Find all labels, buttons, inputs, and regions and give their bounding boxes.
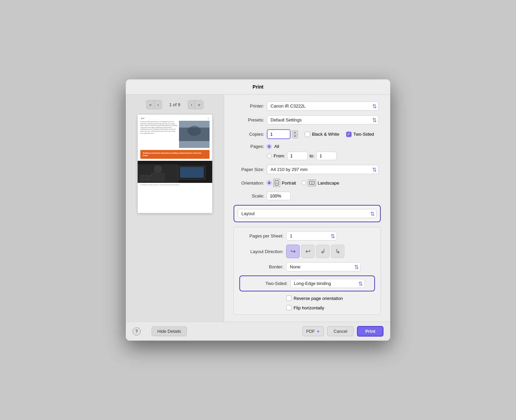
flip-horizontally-row: Flip horizontally — [239, 305, 375, 310]
layout-inner-panel: Pages per Sheet: 1 ⇅ Layout Direction: ↪… — [234, 227, 381, 315]
pages-per-sheet-select[interactable]: 1 — [286, 231, 337, 241]
nav-prev-group[interactable]: « ‹ — [146, 100, 162, 109]
bottom-bar: ? Hide Details PDF ▼ Cancel Print — [126, 322, 390, 341]
presets-select-wrapper: Default Settings ⇅ — [267, 115, 379, 125]
doc-orange-section: Building environment information modelin… — [140, 150, 210, 159]
two-sided-label: Two-Sided — [353, 132, 374, 137]
presets-select[interactable]: Default Settings — [267, 115, 379, 125]
reverse-orientation-checkbox[interactable] — [286, 295, 292, 301]
border-label: Border: — [239, 264, 283, 269]
direction-buttons: ↪ ↩ ↲ ↳ — [286, 245, 344, 258]
scale-row: Scale: — [234, 192, 381, 200]
svg-text:A: A — [276, 182, 278, 185]
pages-from-row: From: to: — [267, 152, 381, 160]
layout-direction-label: Layout Direction: — [239, 249, 283, 254]
black-white-checkbox[interactable] — [305, 132, 310, 137]
pdf-button[interactable]: PDF ▼ — [302, 326, 324, 336]
portrait-icon: A — [273, 179, 280, 187]
scale-input[interactable] — [267, 192, 291, 200]
doc-preview-inner: BAR 1 Combined with practical cases, the… — [138, 115, 212, 213]
nav-next-group[interactable]: › » — [188, 100, 204, 109]
pages-label: Pages: — [234, 144, 264, 149]
direction-n-reverse-btn[interactable]: ↳ — [331, 245, 344, 258]
two-sided-wrapper: Two-Sided — [346, 132, 374, 137]
nav-next-button[interactable]: › — [188, 100, 195, 109]
layout-select[interactable]: Layout — [238, 209, 377, 218]
layout-select-row: Layout ⇅ — [238, 209, 377, 218]
two-sided-binding-row: Two-Sided: Long-Edge binding ⇅ — [243, 279, 371, 288]
black-white-wrapper: Black & White — [305, 132, 339, 137]
dialog-body: « ‹ 1 of 9 › » BAR 1 Combined with — [126, 95, 390, 322]
doc-bottom-overlay: around photographic image y improve the … — [138, 173, 212, 183]
doc-orange-title: Building environment information modelin… — [143, 152, 207, 157]
pages-from-input[interactable] — [287, 152, 307, 160]
doc-bottom-image: around photographic image y improve the … — [138, 161, 212, 183]
portrait-option[interactable]: A Portrait — [267, 179, 296, 187]
printer-label: Printer: — [234, 103, 264, 109]
portrait-label: Portrait — [282, 180, 296, 186]
doc-content: Combined with practical cases, the build… — [138, 121, 212, 148]
paper-size-select-wrapper: A4 210 by 297 mm ⇅ — [267, 165, 379, 174]
nav-first-button[interactable]: « — [146, 100, 155, 109]
two-sided-checkbox[interactable] — [346, 132, 352, 137]
pages-to-label: to: — [310, 153, 314, 158]
printer-select[interactable]: Canon iR C3222L — [267, 101, 379, 111]
two-sided-binding-select[interactable]: Long-Edge binding — [290, 279, 365, 288]
pages-per-sheet-row: Pages per Sheet: 1 ⇅ — [239, 231, 375, 241]
presets-row: Presets: Default Settings ⇅ — [234, 115, 381, 125]
copies-label: Copies: — [234, 132, 264, 137]
landscape-option[interactable]: A Landscape — [301, 179, 339, 186]
copies-input[interactable] — [267, 129, 291, 139]
hide-details-button[interactable]: Hide Details — [152, 326, 187, 336]
doc-header-left: BAR — [141, 117, 144, 119]
nav-bar: « ‹ 1 of 9 › » — [130, 100, 220, 109]
help-button[interactable]: ? — [133, 327, 141, 336]
nav-prev-button[interactable]: ‹ — [155, 100, 161, 109]
printer-select-wrapper: Canon iR C3222L ⇅ — [267, 101, 379, 111]
layout-select-wrapper: Layout ⇅ — [238, 209, 377, 218]
two-sided-binding-label: Two-Sided: — [243, 281, 287, 286]
portrait-radio[interactable] — [267, 180, 272, 185]
pages-to-input[interactable] — [316, 152, 337, 160]
cancel-button[interactable]: Cancel — [327, 326, 354, 336]
layout-direction-row: Layout Direction: ↪ ↩ ↲ ↳ — [239, 245, 375, 258]
two-sided-box: Two-Sided: Long-Edge binding ⇅ — [239, 275, 375, 291]
orientation-options: A Portrait A Landscape — [267, 179, 339, 187]
orientation-row: Orientation: A Portrait A La — [234, 179, 381, 187]
svg-point-2 — [187, 126, 201, 136]
nav-last-button[interactable]: » — [195, 100, 203, 109]
dialog-title: Print — [126, 79, 390, 95]
pages-from-radio[interactable] — [267, 154, 272, 158]
border-select-wrapper: None ⇅ — [286, 262, 361, 271]
page-indicator: 1 of 9 — [165, 102, 185, 107]
paper-size-row: Paper Size: A4 210 by 297 mm ⇅ — [234, 165, 381, 174]
pages-per-sheet-wrapper: 1 ⇅ — [286, 231, 337, 241]
landscape-radio[interactable] — [301, 180, 306, 185]
flip-horizontally-checkbox[interactable] — [286, 305, 292, 310]
layout-section-box: Layout ⇅ — [234, 205, 381, 222]
orientation-label: Orientation: — [234, 180, 264, 186]
two-sided-select-wrapper: Long-Edge binding ⇅ — [290, 279, 365, 288]
direction-z-btn[interactable]: ↪ — [286, 245, 300, 258]
border-select[interactable]: None — [286, 262, 361, 271]
landscape-icon: A — [308, 179, 316, 186]
direction-z-reverse-btn[interactable]: ↩ — [301, 245, 315, 258]
print-dialog: Print « ‹ 1 of 9 › » BAR 1 — [126, 79, 390, 341]
print-button[interactable]: Print — [357, 326, 383, 337]
flip-horizontally-checkbox-row: Flip horizontally — [286, 305, 324, 310]
document-preview: BAR 1 Combined with practical cases, the… — [138, 115, 212, 213]
copies-increment[interactable]: ▲ — [292, 130, 298, 134]
paper-size-select[interactable]: A4 210 by 297 mm — [267, 165, 379, 174]
pages-all-row: Pages: All — [234, 144, 381, 149]
printer-row: Printer: Canon iR C3222L ⇅ — [234, 101, 381, 111]
pdf-label: PDF — [306, 329, 315, 334]
doc-top-image — [179, 121, 210, 148]
title-text: Print — [253, 84, 263, 90]
right-panel: Printer: Canon iR C3222L ⇅ Presets: Defa… — [224, 95, 390, 322]
pages-all-radio[interactable] — [267, 144, 272, 149]
landscape-label: Landscape — [318, 180, 339, 186]
direction-n-btn[interactable]: ↲ — [316, 245, 330, 258]
copies-decrement[interactable]: ▼ — [292, 134, 298, 138]
pages-all-text: All — [274, 144, 279, 149]
flip-horizontally-label: Flip horizontally — [294, 305, 324, 310]
